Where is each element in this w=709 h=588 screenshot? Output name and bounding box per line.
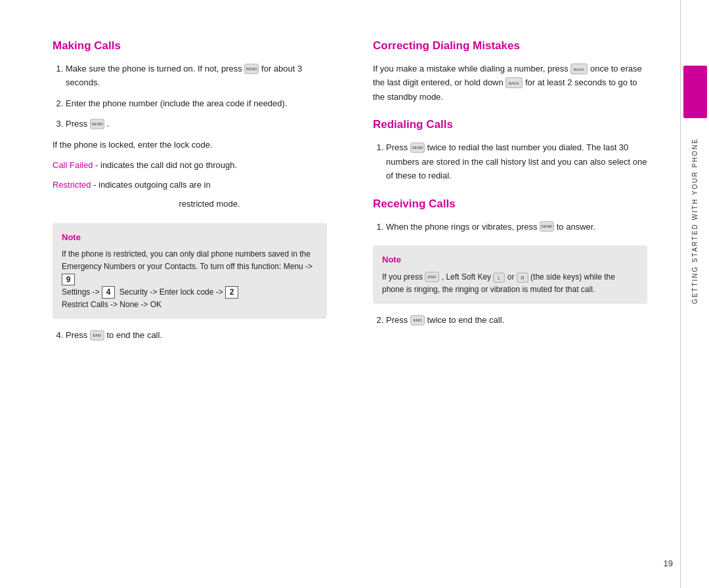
note-title-left: Note: [62, 231, 318, 245]
making-calls-section: Making Calls Make sure the phone is turn…: [53, 39, 327, 343]
key-2: 2: [225, 286, 238, 299]
receive-step2-body: Press END twice to end the call.: [373, 313, 647, 327]
list-item: Enter the phone number (include the area…: [66, 96, 327, 110]
redialing-section: Redialing Calls Press SEND twice to redi…: [373, 118, 647, 182]
restricted-label: Restricted: [53, 180, 91, 190]
side-tab-text: GETTING STARTED WITH YOUR PHONE: [691, 138, 699, 304]
svg-text:SEND: SEND: [542, 224, 553, 229]
note-text-right: If you press END , Left Soft Key L or: [382, 271, 638, 296]
svg-text:SEND: SEND: [412, 145, 423, 150]
receiving-calls-title: Receiving Calls: [373, 198, 647, 211]
send-icon-redial: SEND: [410, 142, 425, 153]
redialing-title: Redialing Calls: [373, 118, 647, 131]
side-tab: GETTING STARTED WITH YOUR PHONE: [680, 0, 709, 588]
correcting-dialing-section: Correcting Dialing Mistakes If you make …: [373, 39, 647, 104]
correcting-dialing-body: If you make a mistake while dialing a nu…: [373, 62, 647, 104]
key-4: 4: [102, 286, 115, 299]
svg-text:END: END: [428, 274, 437, 279]
call-failed-label: Call Failed: [53, 160, 93, 170]
restricted-mode-text: restricted mode.: [92, 197, 327, 211]
correcting-text: If you make a mistake while dialing a nu…: [373, 62, 647, 104]
note-restrict-line: Restrict Calls -> None -> OK: [62, 299, 318, 311]
side-tab-bar: [683, 66, 707, 118]
svg-text:SEND: SEND: [246, 66, 258, 71]
making-calls-body: Make sure the phone is turned on. If not…: [53, 62, 327, 211]
end-icon: END: [90, 330, 104, 341]
list-item-receive: When the phone rings or vibrates, press …: [386, 220, 647, 234]
left-soft-key-icon: L: [493, 272, 505, 283]
end-icon-note: END: [425, 272, 439, 282]
back-icon-1: BACK: [570, 63, 588, 75]
svg-text:SEND: SEND: [91, 121, 103, 126]
svg-text:L: L: [498, 275, 501, 280]
svg-text:BACK: BACK: [574, 67, 584, 71]
correcting-dialing-title: Correcting Dialing Mistakes: [373, 39, 647, 52]
page-number: 19: [664, 558, 673, 568]
send-icon-receive: SEND: [540, 221, 554, 232]
note-title-right: Note: [382, 253, 638, 267]
svg-text:END: END: [413, 318, 421, 322]
list-item-receive-2: Press END twice to end the call.: [386, 313, 647, 327]
note-settings-line: Settings -> 4 Security -> Enter lock cod…: [62, 286, 318, 299]
list-item: Press SEND .: [66, 117, 327, 131]
step4-body: Press END to end the call.: [53, 328, 327, 342]
send-icon-2: SEND: [90, 119, 104, 129]
note-text-left: If the phone is restricted, you can only…: [62, 248, 318, 286]
call-failed-desc: - indicates the call did not go through.: [95, 160, 237, 170]
redialing-body: Press SEND twice to redial the last numb…: [373, 140, 647, 182]
back-icon-2: BACK: [505, 77, 523, 89]
restricted-desc: - indicates outgoing calls are in: [93, 180, 211, 190]
svg-text:R: R: [521, 275, 524, 280]
side-key-icon: R: [517, 272, 528, 283]
svg-text:BACK: BACK: [509, 81, 519, 85]
locked-note: If the phone is locked, enter the lock c…: [53, 138, 327, 152]
list-item-4: Press END to end the call.: [66, 328, 327, 342]
note-box-left: Note If the phone is restricted, you can…: [53, 223, 327, 320]
call-failed-line: Call Failed - indicates the call did not…: [53, 158, 327, 172]
end-icon-step2: END: [410, 315, 425, 326]
note-box-right: Note If you press END , Left Soft Key L: [373, 245, 647, 304]
svg-text:END: END: [93, 333, 101, 337]
restricted-line: Restricted - indicates outgoing calls ar…: [53, 178, 327, 192]
making-calls-title: Making Calls: [53, 39, 327, 52]
key-9: 9: [62, 274, 75, 286]
receiving-calls-body: When the phone rings or vibrates, press …: [373, 220, 647, 234]
send-icon: SEND: [244, 64, 259, 74]
list-item: Make sure the phone is turned on. If not…: [66, 62, 327, 90]
receiving-calls-section: Receiving Calls When the phone rings or …: [373, 198, 647, 327]
list-item-redial: Press SEND twice to redial the last numb…: [386, 140, 647, 182]
